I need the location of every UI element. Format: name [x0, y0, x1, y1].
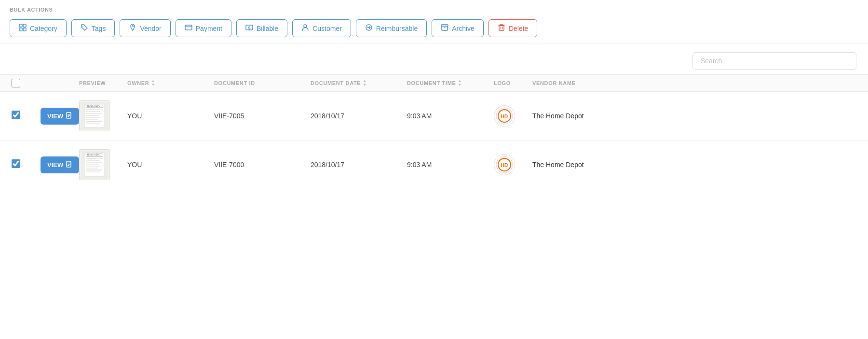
- row1-thumbnail: HOME DEPOT: [79, 100, 110, 131]
- row1-preview: HOME DEPOT: [79, 100, 127, 131]
- delete-label: Delete: [509, 25, 528, 32]
- svg-text:HOME DEPOT: HOME DEPOT: [87, 154, 102, 156]
- row2-preview: HOME DEPOT: [79, 149, 127, 180]
- owner-sort[interactable]: ▲▼: [151, 79, 155, 87]
- delete-button[interactable]: Delete: [488, 19, 537, 37]
- col-document-date: DOCUMENT DATE ▲▼: [311, 79, 407, 87]
- bulk-buttons-row: Category Tags Vendor: [10, 19, 858, 37]
- svg-point-4: [82, 26, 83, 27]
- customer-icon: [301, 24, 309, 33]
- row1-logo: HD: [494, 105, 532, 127]
- svg-rect-15: [499, 26, 504, 30]
- row1-vendor-name: The Home Depot: [532, 112, 856, 120]
- col-vendor-name: VENDOR NAME: [532, 79, 856, 87]
- row2-view-button[interactable]: VIEW: [41, 156, 79, 173]
- col-owner: OWNER ▲▼: [127, 79, 214, 87]
- row2-checkbox[interactable]: [12, 159, 20, 168]
- svg-text:HOME DEPOT: HOME DEPOT: [87, 105, 102, 107]
- payment-label: Payment: [196, 25, 222, 32]
- row2-document-id: VIIE-7000: [214, 160, 311, 169]
- row1-view-button[interactable]: VIEW: [41, 108, 79, 125]
- svg-text:HD: HD: [501, 114, 508, 119]
- row2-owner: YOU: [127, 160, 214, 169]
- archive-label: Archive: [452, 25, 475, 32]
- category-label: Category: [30, 25, 57, 32]
- main-content: PREVIEW OWNER ▲▼ DOCUMENT ID DOCUMENT DA…: [0, 43, 868, 189]
- bulk-actions-label: BULK ACTIONS: [10, 7, 858, 13]
- bulk-actions-bar: BULK ACTIONS Category: [0, 0, 868, 43]
- page-container: BULK ACTIONS Category: [0, 0, 868, 189]
- documents-table: PREVIEW OWNER ▲▼ DOCUMENT ID DOCUMENT DA…: [0, 74, 868, 189]
- row1-actions: VIEW ⋮: [41, 107, 79, 125]
- col-actions: [41, 79, 79, 87]
- col-document-time: DOCUMENT TIME ▲▼: [407, 79, 494, 87]
- row2-document-date: 2018/10/17: [311, 160, 407, 169]
- customer-button[interactable]: Customer: [292, 19, 351, 37]
- vendor-button[interactable]: Vendor: [120, 19, 170, 37]
- table-row: VIEW ⋮: [0, 92, 868, 141]
- vendor-icon: [129, 24, 136, 33]
- reimbursable-icon: [365, 24, 373, 33]
- row1-checkbox-cell: [12, 111, 41, 121]
- svg-text:$: $: [248, 26, 251, 30]
- date-sort[interactable]: ▲▼: [363, 79, 367, 87]
- svg-rect-13: [442, 26, 448, 30]
- row1-document-date: 2018/10/17: [311, 112, 407, 120]
- col-preview: PREVIEW: [79, 79, 127, 87]
- svg-rect-3: [23, 28, 26, 31]
- time-sort[interactable]: ▲▼: [458, 79, 462, 87]
- row1-vendor-logo: HD: [494, 105, 515, 127]
- row2-vendor-logo: HD: [494, 154, 515, 175]
- row2-document-time: 9:03 AM: [407, 160, 494, 169]
- view-doc-icon: [66, 161, 72, 169]
- svg-rect-1: [23, 24, 26, 27]
- row2-logo: HD: [494, 154, 532, 175]
- row1-document-id: VIIE-7005: [214, 112, 311, 120]
- row2-thumbnail: HOME DEPOT: [79, 149, 110, 180]
- svg-rect-6: [185, 25, 192, 30]
- billable-icon: $: [245, 24, 253, 33]
- category-button[interactable]: Category: [10, 19, 67, 37]
- archive-button[interactable]: Archive: [432, 19, 484, 37]
- svg-rect-0: [19, 24, 22, 27]
- tags-icon: [81, 24, 88, 33]
- archive-icon: [441, 24, 448, 33]
- select-all-checkbox[interactable]: [12, 79, 20, 87]
- reimbursable-label: Reimbursable: [376, 25, 418, 32]
- tags-button[interactable]: Tags: [71, 19, 115, 37]
- vendor-label: Vendor: [140, 25, 161, 32]
- svg-rect-2: [19, 28, 22, 31]
- billable-label: Billable: [257, 25, 278, 32]
- row1-owner: YOU: [127, 112, 214, 120]
- payment-button[interactable]: Payment: [176, 19, 231, 37]
- row2-checkbox-cell: [12, 159, 41, 170]
- tags-label: Tags: [92, 25, 106, 32]
- billable-button[interactable]: $ Billable: [236, 19, 287, 37]
- col-select: [12, 79, 41, 87]
- row1-document-time: 9:03 AM: [407, 112, 494, 120]
- row1-checkbox[interactable]: [12, 111, 20, 119]
- category-icon: [19, 24, 27, 33]
- reimbursable-button[interactable]: Reimbursable: [356, 19, 427, 37]
- row2-vendor-name: The Home Depot: [532, 160, 856, 169]
- col-logo: LOGO: [494, 79, 532, 87]
- svg-point-5: [132, 26, 134, 27]
- svg-text:HD: HD: [501, 163, 508, 168]
- table-header: PREVIEW OWNER ▲▼ DOCUMENT ID DOCUMENT DA…: [0, 74, 868, 92]
- delete-icon: [498, 24, 505, 33]
- payment-icon: [185, 24, 192, 33]
- search-row: [0, 43, 868, 74]
- customer-label: Customer: [312, 25, 342, 32]
- view-doc-icon: [66, 112, 72, 120]
- row2-actions: VIEW ⋮: [41, 155, 79, 174]
- table-row: VIEW ⋮: [0, 141, 868, 189]
- col-document-id: DOCUMENT ID: [214, 79, 311, 87]
- svg-point-10: [304, 25, 307, 28]
- search-input[interactable]: [692, 52, 856, 70]
